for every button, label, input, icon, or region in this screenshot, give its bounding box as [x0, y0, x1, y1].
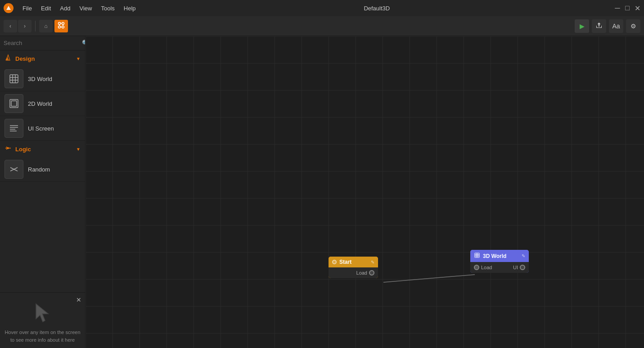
search-icon: 🔍 — [82, 40, 86, 46]
play-icon: ▶ — [580, 23, 585, 30]
node-3dworld-ui-label: UI — [513, 265, 518, 270]
maximize-button[interactable]: □ — [624, 5, 630, 11]
design-section-title: Design — [15, 55, 72, 62]
titlebar: File Edit Add View Tools Help Default3D … — [0, 0, 644, 16]
logic-chevron-icon: ▼ — [76, 147, 81, 152]
canvas-grid — [86, 36, 644, 348]
canvas-area[interactable]: Start ✎ Load 3D Wo — [86, 36, 644, 348]
node-3dworld-edit-icon[interactable]: ✎ — [522, 253, 525, 258]
svg-rect-15 — [11, 101, 17, 106]
graph-button[interactable] — [54, 20, 68, 32]
node-start-header: Start ✎ — [329, 257, 378, 267]
play-button[interactable]: ▶ — [575, 19, 589, 33]
node-3dworld[interactable]: 3D World ✎ Load UI — [470, 250, 529, 273]
home-button[interactable]: ⌂ — [39, 20, 53, 32]
svg-point-3 — [59, 26, 61, 28]
minimize-button[interactable]: ─ — [614, 5, 621, 11]
node-3dworld-icon — [474, 252, 480, 260]
sidebar-item-random-label: Random — [28, 166, 50, 173]
toolbar-right: ▶ Aa ⚙ — [575, 19, 640, 33]
logic-icon — [5, 145, 12, 154]
logic-section-title: Logic — [15, 146, 72, 153]
menu-tools[interactable]: Tools — [97, 4, 118, 13]
node-3dworld-load-label: Load — [481, 265, 492, 270]
toolbar-nav: ‹ › — [4, 20, 32, 32]
sidebar-item-uiscreen[interactable]: UI Screen — [0, 116, 85, 141]
node-start-dot — [332, 260, 337, 264]
node-start-port-label: Load — [356, 270, 367, 276]
svg-point-4 — [62, 26, 64, 28]
3dworld-icon — [5, 69, 23, 88]
export-button[interactable] — [592, 19, 606, 33]
sidebar-item-3dworld-label: 3D World — [28, 76, 52, 82]
svg-point-20 — [7, 147, 9, 149]
graph-icon — [58, 22, 65, 30]
menu-file[interactable]: File — [19, 4, 36, 13]
back-button[interactable]: ‹ — [4, 20, 17, 32]
design-section-header[interactable]: Design ▼ — [0, 50, 85, 67]
search-input[interactable] — [4, 40, 79, 46]
svg-point-1 — [59, 23, 61, 25]
node-start-edit-icon[interactable]: ✎ — [371, 260, 374, 265]
node-3dworld-header: 3D World ✎ — [470, 250, 529, 262]
sidebar-item-2dworld-label: 2D World — [28, 100, 52, 107]
window-title: Default3D — [364, 5, 390, 12]
menu-edit[interactable]: Edit — [37, 4, 54, 13]
toolbar-separator-1 — [35, 21, 36, 32]
main-content: 🔍 Design ▼ — [0, 36, 644, 348]
uiscreen-icon — [5, 119, 23, 138]
node-3dworld-title: 3D World — [483, 253, 519, 259]
hover-info-close-button[interactable]: ✕ — [76, 296, 81, 303]
node-3dworld-output-port[interactable] — [520, 265, 525, 270]
text-button[interactable]: Aa — [609, 19, 623, 33]
design-icon — [5, 54, 12, 63]
window-controls: ─ □ ✕ — [614, 5, 640, 11]
settings-button[interactable]: ⚙ — [626, 19, 640, 33]
cursor-icon — [5, 297, 81, 329]
hover-info-text: Hover over any item on the screen to see… — [5, 329, 81, 343]
sidebar-item-uiscreen-label: UI Screen — [28, 125, 54, 132]
hover-info-panel: ✕ Hover over any item on the screen to s… — [0, 292, 85, 348]
titlebar-left: File Edit Add View Tools Help — [4, 3, 140, 13]
app-logo — [4, 3, 14, 13]
home-icon: ⌂ — [44, 23, 47, 29]
logic-section-header[interactable]: Logic ▼ — [0, 141, 85, 157]
toolbar: ‹ › ⌂ ▶ — [0, 16, 644, 36]
search-bar: 🔍 — [0, 36, 85, 50]
node-start-body: Load — [329, 267, 378, 278]
close-button[interactable]: ✕ — [634, 5, 640, 11]
menu-view[interactable]: View — [76, 4, 96, 13]
node-3dworld-input-port[interactable] — [474, 265, 479, 270]
sidebar: 🔍 Design ▼ — [0, 36, 86, 348]
design-chevron-icon: ▼ — [76, 56, 81, 61]
svg-point-2 — [62, 23, 64, 25]
2dworld-icon — [5, 94, 23, 113]
node-start[interactable]: Start ✎ Load — [329, 257, 378, 278]
menu-help[interactable]: Help — [120, 4, 140, 13]
svg-rect-9 — [10, 75, 18, 83]
settings-icon: ⚙ — [630, 23, 636, 30]
random-icon — [5, 160, 23, 179]
menu-add[interactable]: Add — [56, 4, 74, 13]
node-start-title: Start — [339, 259, 368, 265]
node-3dworld-body: Load UI — [470, 262, 529, 273]
svg-rect-24 — [475, 253, 479, 258]
menu-bar: File Edit Add View Tools Help — [19, 4, 140, 13]
sidebar-item-2dworld[interactable]: 2D World — [0, 91, 85, 116]
sidebar-item-random[interactable]: Random — [0, 157, 85, 182]
node-3dworld-output-group: UI — [513, 265, 525, 270]
svg-marker-0 — [6, 6, 11, 10]
text-icon: Aa — [612, 23, 620, 30]
node-start-output-port[interactable] — [369, 270, 374, 276]
export-icon — [595, 22, 603, 30]
sidebar-item-3dworld[interactable]: 3D World — [0, 67, 85, 91]
forward-button[interactable]: › — [18, 20, 32, 32]
node-3dworld-input-group: Load — [474, 265, 492, 270]
